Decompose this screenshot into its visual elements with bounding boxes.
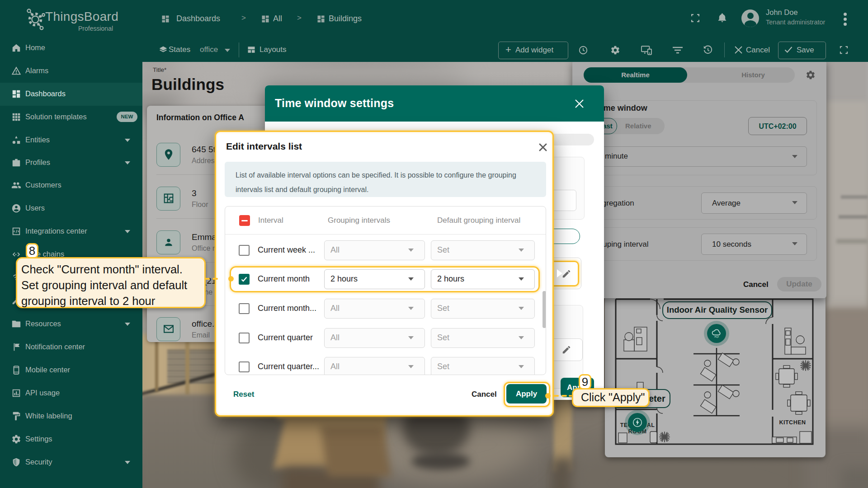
svg-text:AQI: AQI (714, 335, 719, 338)
